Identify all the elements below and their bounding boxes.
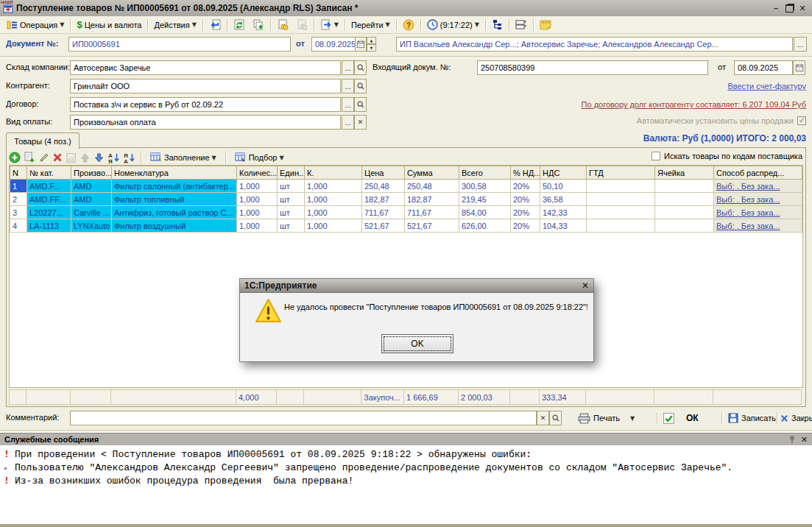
comment-search-button[interactable] [549,411,562,425]
dialog-ok-button[interactable]: OK [381,334,453,353]
cell-cell[interactable] [655,193,714,206]
message-line[interactable]: При проведении < Поступление товаров ИП0… [15,449,532,460]
cell-qty[interactable]: 1,000 [237,206,278,219]
cell-gtd[interactable] [587,206,655,219]
col-total[interactable]: Всего [459,166,511,180]
cell-cat[interactable]: L20227... [27,206,71,219]
ok-button[interactable]: ОК [660,410,702,426]
warehouse-field[interactable]: Автосервис Заречье [70,60,341,75]
contract-debt-link[interactable]: По договору долг контрагенту составляет:… [471,100,806,109]
doc-date-field[interactable]: 08.09.2025 [311,37,356,52]
contract-search-button[interactable] [354,97,367,112]
cell-k[interactable]: 1,000 [305,180,362,193]
organization-ellipsis-button[interactable]: ... [794,37,807,52]
print-button[interactable]: Печать ▼ [575,410,638,426]
goto-button[interactable]: Перейти▼ [347,17,394,33]
col-vat-pct[interactable]: % НД... [511,166,540,180]
pin-icon[interactable] [789,436,795,444]
pick-button[interactable]: Подбор▼ [231,150,288,165]
cell-sum[interactable]: 182,87 [405,193,459,206]
cell-total[interactable]: 219,45 [459,193,511,206]
cell-cat[interactable]: AMD.F... [27,180,71,193]
col-gtd[interactable]: ГТД [587,166,655,180]
copy-row-button[interactable] [24,152,35,163]
payment-ellipsis-button[interactable]: ... [342,115,354,130]
move-down-button[interactable] [93,152,105,163]
cell-vat-pct[interactable]: 20% [511,193,540,206]
actions-button[interactable]: Действия▼ [150,17,200,33]
sort-desc-button[interactable]: ЯА [123,152,135,163]
help-button[interactable]: ? [399,17,418,33]
payment-clear-button[interactable]: ✕ [354,115,367,130]
delete-row-button[interactable] [52,152,63,163]
messages-close-button[interactable]: ✕ [801,435,808,445]
cell-n[interactable]: 2 [10,193,27,206]
service-messages-body[interactable]: ! При проведении < Поступление товаров И… [0,445,812,524]
incoming-calendar-button[interactable] [793,60,805,75]
close-form-button[interactable]: Закрыть [777,410,812,426]
clock-button[interactable]: (9:17:22)▼ [423,17,483,33]
contractor-search-button[interactable] [354,79,367,93]
contractor-field[interactable]: Гринлайт ООО [70,79,341,93]
table-row[interactable]: 3 L20227... Carville ... Антифриз, готов… [10,206,802,219]
structure-button[interactable] [488,17,506,33]
post-document-button[interactable] [205,17,225,33]
cell-price[interactable]: 711,67 [362,206,405,219]
contract-field[interactable]: Поставка з\ч и сервис в Руб от 02.09.22 [70,97,341,112]
save-button[interactable]: Записать [725,410,779,426]
cell-vat[interactable]: 104,33 [540,219,587,233]
col-n[interactable]: N [10,166,27,180]
warehouse-ellipsis-button[interactable]: ... [342,60,354,75]
close-button[interactable]: ✕ [796,2,809,14]
cell-unit[interactable]: шт [278,193,305,206]
cell-gtd[interactable] [587,193,655,206]
cell-vat[interactable]: 50,10 [540,180,587,193]
cell-cat[interactable]: AMD.FF... [27,193,71,206]
cell-qty[interactable]: 1,000 [237,180,278,193]
cell-unit[interactable]: шт [278,219,305,233]
goto-document-button[interactable]: ▼ [317,17,342,33]
auto-prices-checkbox[interactable] [797,116,806,125]
prices-currency-button[interactable]: $ Цены и валюта [73,17,145,33]
cell-gtd[interactable] [587,219,655,233]
comment-field[interactable] [70,411,537,425]
col-vat[interactable]: НДС [540,166,587,180]
calendar-button[interactable] [355,37,367,52]
col-method[interactable]: Способ распред... [714,166,802,180]
payment-type-field[interactable]: Произвольная оплата [70,115,341,130]
cell-price[interactable]: 250,48 [362,180,405,193]
col-price[interactable]: Цена [362,166,405,180]
table-header-row[interactable]: N № кат. Произво... Номенклатура Количес… [10,166,802,180]
spinner-up-icon[interactable]: ▲ [367,37,376,44]
table-row[interactable]: 4 LA-1113 LYNXauto Фильтр воздушный 1,00… [10,219,802,233]
service-messages-header[interactable]: Служебные сообщения ✕ [0,433,812,445]
cell-name[interactable]: Фильтр воздушный [112,219,237,233]
cell-price[interactable]: 182,87 [362,193,405,206]
table-row[interactable]: 1 AMD.F... AMD Фильтр салонный (антибакт… [10,180,802,193]
cell-qty[interactable]: 1,000 [237,193,278,206]
organization-field[interactable]: ИП Васильев Александр Сер...; Автосервис… [396,37,793,52]
cell-unit[interactable]: шт [278,206,305,219]
col-qty[interactable]: Количес... [237,166,278,180]
cell-n[interactable]: 1 [10,180,27,193]
warehouse-search-button[interactable] [354,60,367,75]
message-line[interactable]: Пользователю "Александров Александр Серг… [15,462,732,473]
doc-money-button[interactable] [273,17,292,33]
note-button[interactable]: NOTE [536,17,555,33]
add-row-button[interactable] [9,152,21,163]
operation-button[interactable]: Операция▼ [3,17,68,33]
cell-vat-pct[interactable]: 20% [511,219,540,233]
list-settings-button[interactable] [512,17,531,33]
spinner-down-icon[interactable]: ▼ [367,44,376,52]
cell-total[interactable]: 300,58 [459,180,511,193]
cell-method-link[interactable]: Выб: . Без зака... [714,206,802,219]
incoming-date-field[interactable]: 08.09.2025 [734,60,793,75]
dialog-close-button[interactable]: ✕ [582,280,589,291]
cell-vendor[interactable]: Carville ... [71,206,112,219]
fill-button[interactable]: Заполнение▼ [146,150,220,165]
contractor-ellipsis-button[interactable]: ... [342,79,354,93]
cell-cell[interactable] [655,180,714,193]
cell-n[interactable]: 4 [10,219,27,233]
cell-vendor[interactable]: AMD [71,180,112,193]
comment-clear-button[interactable]: ✕ [537,411,549,425]
